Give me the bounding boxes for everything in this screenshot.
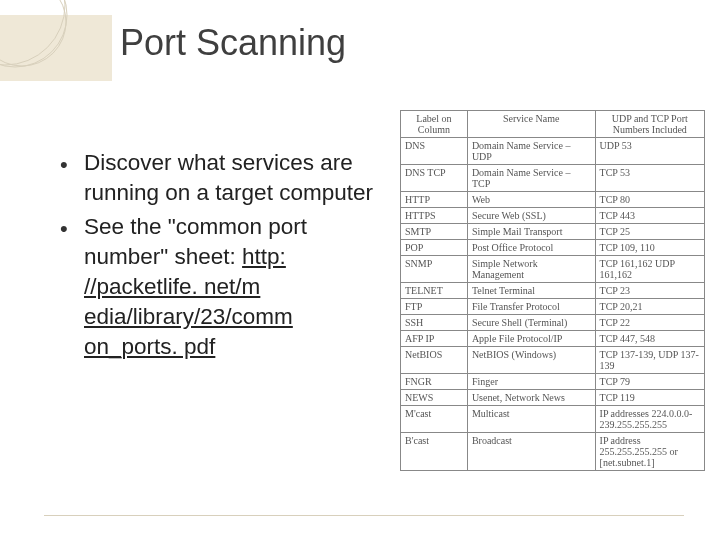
bullet-item: • See the "common port number" sheet: ht… bbox=[60, 212, 380, 362]
table-cell: Web bbox=[467, 192, 595, 208]
table-cell: SMTP bbox=[401, 224, 468, 240]
table-cell: TCP 119 bbox=[595, 390, 704, 406]
table-row: NetBIOSNetBIOS (Windows)TCP 137-139, UDP… bbox=[401, 347, 705, 374]
table-cell: SSH bbox=[401, 315, 468, 331]
table-cell: Domain Name Service – UDP bbox=[467, 138, 595, 165]
bullet-dot-icon: • bbox=[60, 148, 84, 180]
table-cell: NEWS bbox=[401, 390, 468, 406]
table-row: B'castBroadcastIP address 255.255.255.25… bbox=[401, 433, 705, 471]
table-cell: DNS bbox=[401, 138, 468, 165]
table-cell: SNMP bbox=[401, 256, 468, 283]
table-header: Label on Column bbox=[401, 111, 468, 138]
table-cell: Finger bbox=[467, 374, 595, 390]
table-row: DNS TCPDomain Name Service – TCPTCP 53 bbox=[401, 165, 705, 192]
bullet-text: See the "common port number" sheet: http… bbox=[84, 212, 380, 362]
table-cell: Secure Web (SSL) bbox=[467, 208, 595, 224]
table-cell: Secure Shell (Terminal) bbox=[467, 315, 595, 331]
table-cell: Domain Name Service – TCP bbox=[467, 165, 595, 192]
table-cell: HTTPS bbox=[401, 208, 468, 224]
bullet-item: • Discover what services are running on … bbox=[60, 148, 380, 208]
table-cell: HTTP bbox=[401, 192, 468, 208]
table-cell: M'cast bbox=[401, 406, 468, 433]
ports-table-container: Label on Column Service Name UDP and TCP… bbox=[400, 110, 705, 471]
table-row: FTPFile Transfer ProtocolTCP 20,21 bbox=[401, 299, 705, 315]
ports-table: Label on Column Service Name UDP and TCP… bbox=[400, 110, 705, 471]
bullet-list: • Discover what services are running on … bbox=[60, 148, 380, 366]
table-cell: POP bbox=[401, 240, 468, 256]
table-cell: B'cast bbox=[401, 433, 468, 471]
table-cell: Multicast bbox=[467, 406, 595, 433]
table-cell: FTP bbox=[401, 299, 468, 315]
table-row: POPPost Office ProtocolTCP 109, 110 bbox=[401, 240, 705, 256]
table-row: HTTPSSecure Web (SSL)TCP 443 bbox=[401, 208, 705, 224]
table-cell: TCP 20,21 bbox=[595, 299, 704, 315]
table-header: Service Name bbox=[467, 111, 595, 138]
table-row: AFP IPApple File Protocol/IPTCP 447, 548 bbox=[401, 331, 705, 347]
table-cell: AFP IP bbox=[401, 331, 468, 347]
table-cell: Simple Network Management bbox=[467, 256, 595, 283]
table-row: TELNETTelnet TerminalTCP 23 bbox=[401, 283, 705, 299]
table-cell: TCP 22 bbox=[595, 315, 704, 331]
table-cell: TCP 161,162 UDP 161,162 bbox=[595, 256, 704, 283]
table-cell: UDP 53 bbox=[595, 138, 704, 165]
table-row: SMTPSimple Mail TransportTCP 25 bbox=[401, 224, 705, 240]
table-cell: Telnet Terminal bbox=[467, 283, 595, 299]
table-cell: TCP 53 bbox=[595, 165, 704, 192]
slide-title: Port Scanning bbox=[120, 22, 346, 64]
table-cell: TCP 25 bbox=[595, 224, 704, 240]
table-cell: TCP 80 bbox=[595, 192, 704, 208]
table-row: HTTPWebTCP 80 bbox=[401, 192, 705, 208]
table-cell: TCP 137-139, UDP 137-139 bbox=[595, 347, 704, 374]
bullet-dot-icon: • bbox=[60, 212, 84, 244]
table-cell: TCP 443 bbox=[595, 208, 704, 224]
table-row: DNSDomain Name Service – UDPUDP 53 bbox=[401, 138, 705, 165]
table-cell: Simple Mail Transport bbox=[467, 224, 595, 240]
table-row: SSHSecure Shell (Terminal)TCP 22 bbox=[401, 315, 705, 331]
bullet-text: Discover what services are running on a … bbox=[84, 148, 380, 208]
table-header: UDP and TCP Port Numbers Included bbox=[595, 111, 704, 138]
table-cell: DNS TCP bbox=[401, 165, 468, 192]
table-cell: Usenet, Network News bbox=[467, 390, 595, 406]
table-cell: IP addresses 224.0.0.0-239.255.255.255 bbox=[595, 406, 704, 433]
table-cell: NetBIOS (Windows) bbox=[467, 347, 595, 374]
decorative-beige-box bbox=[0, 15, 112, 81]
table-cell: File Transfer Protocol bbox=[467, 299, 595, 315]
table-row: M'castMulticastIP addresses 224.0.0.0-23… bbox=[401, 406, 705, 433]
footer-divider bbox=[44, 515, 684, 516]
table-row: SNMPSimple Network ManagementTCP 161,162… bbox=[401, 256, 705, 283]
table-cell: TCP 109, 110 bbox=[595, 240, 704, 256]
table-row: FNGRFingerTCP 79 bbox=[401, 374, 705, 390]
table-header-row: Label on Column Service Name UDP and TCP… bbox=[401, 111, 705, 138]
table-cell: TCP 447, 548 bbox=[595, 331, 704, 347]
table-cell: NetBIOS bbox=[401, 347, 468, 374]
table-cell: TELNET bbox=[401, 283, 468, 299]
table-cell: Post Office Protocol bbox=[467, 240, 595, 256]
table-row: NEWSUsenet, Network NewsTCP 119 bbox=[401, 390, 705, 406]
table-cell: Broadcast bbox=[467, 433, 595, 471]
table-cell: Apple File Protocol/IP bbox=[467, 331, 595, 347]
table-cell: TCP 23 bbox=[595, 283, 704, 299]
table-cell: TCP 79 bbox=[595, 374, 704, 390]
table-cell: IP address 255.255.255.255 or [net.subne… bbox=[595, 433, 704, 471]
table-cell: FNGR bbox=[401, 374, 468, 390]
